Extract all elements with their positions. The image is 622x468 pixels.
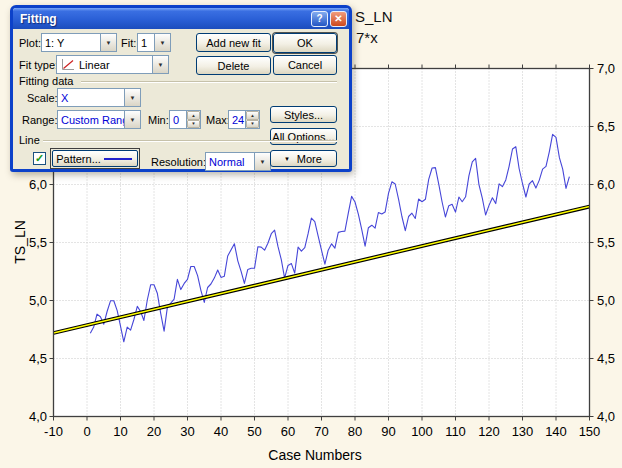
ok-button[interactable]: OK [273, 33, 337, 53]
pattern-frame: Pattern... [50, 148, 140, 169]
pattern-label: Pattern... [53, 153, 104, 165]
y-tick-label-right: 6,0 [597, 177, 615, 192]
max-spin-buttons[interactable]: ▲ ▼ [245, 111, 259, 128]
y-tick-label-right: 5,0 [597, 293, 615, 308]
x-tick-label: 150 [579, 424, 601, 439]
plot-label: Plot: [19, 37, 41, 49]
scale-combobox[interactable]: X ▼ [57, 88, 141, 107]
close-icon[interactable]: ✕ [330, 11, 347, 27]
y-axis-title: TS_LN [12, 220, 28, 264]
x-axis-title: Case Numbers [268, 447, 361, 463]
x-tick-label: 130 [512, 424, 534, 439]
fitting-dialog: Fitting ? ✕ Plot: 1: Y ▼ Fit: 1 ▼ Add ne… [10, 5, 352, 172]
dialog-titlebar[interactable]: Fitting ? ✕ [13, 8, 349, 29]
chevron-down-icon[interactable]: ▼ [124, 89, 140, 106]
line-checkbox[interactable]: ✓ [33, 152, 46, 165]
x-tick-label: 110 [445, 424, 466, 439]
plot-value: 1: Y [42, 34, 100, 51]
scale-label: Scale: [27, 92, 58, 104]
fit-combobox[interactable]: 1 ▼ [137, 33, 171, 52]
graph-title-fragment-2: 7*x [356, 29, 378, 46]
dialog-title: Fitting [20, 12, 309, 26]
range-label: Range: [22, 114, 57, 126]
y-tick-label-right: 4,0 [597, 409, 615, 424]
resolution-combobox[interactable]: Normal ▼ [205, 152, 271, 171]
fit-type-label: Fit type: [19, 59, 58, 71]
styles-label: Styles... [284, 109, 323, 121]
spin-down-icon[interactable]: ▼ [187, 120, 200, 129]
fit-value: 1 [138, 34, 154, 51]
min-spin-buttons[interactable]: ▲ ▼ [186, 111, 200, 128]
cancel-button[interactable]: Cancel [273, 55, 337, 75]
fitting-data-group-label: Fitting data [19, 75, 73, 87]
y-tick-label-right: 7,0 [597, 61, 615, 76]
add-new-fit-label: Add new fit [206, 37, 260, 49]
chevron-down-icon[interactable]: ▼ [100, 34, 116, 51]
linear-fit-icon [60, 58, 75, 71]
styles-button[interactable]: Styles... [270, 106, 337, 123]
x-tick-label: 100 [411, 424, 433, 439]
line-group-label: Line [19, 134, 40, 146]
scale-value: X [58, 89, 124, 106]
y-tick-label-left: 4,5 [29, 351, 47, 366]
x-tick-label: 140 [545, 424, 567, 439]
add-new-fit-button[interactable]: Add new fit [196, 33, 271, 52]
y-tick-label-left: 4,0 [29, 409, 47, 424]
y-tick-label-left: 6,0 [29, 177, 47, 192]
all-options-button[interactable]: All Options... [270, 128, 337, 145]
delete-label: Delete [218, 60, 250, 72]
min-label: Min: [148, 114, 169, 126]
spin-up-icon[interactable]: ▲ [246, 111, 259, 120]
ok-label: OK [297, 37, 313, 49]
help-icon[interactable]: ? [311, 11, 328, 27]
chevron-down-icon[interactable]: ▼ [154, 34, 170, 51]
spin-up-icon[interactable]: ▲ [187, 111, 200, 120]
plot-combobox[interactable]: 1: Y ▼ [41, 33, 117, 52]
resolution-value: Normal [206, 153, 254, 170]
x-tick-label: 80 [348, 424, 362, 439]
y-tick-label-right: 4,5 [597, 351, 615, 366]
min-value: 0 [170, 111, 186, 128]
resolution-label: Resolution: [151, 156, 206, 168]
delete-button[interactable]: Delete [196, 56, 271, 75]
group-divider [43, 140, 337, 142]
max-label: Max: [206, 114, 230, 126]
x-tick-label: 20 [147, 424, 161, 439]
fit-label: Fit: [121, 37, 136, 49]
y-tick-label-right: 6,5 [597, 119, 615, 134]
chevron-down-icon[interactable]: ▼ [152, 56, 168, 73]
more-label: More [297, 153, 322, 165]
range-value: Custom Range [58, 111, 124, 128]
y-tick-label-left: 5,5 [29, 235, 47, 250]
y-tick-label-right: 5,5 [597, 235, 615, 250]
graph-title-fragment-1: S_LN [355, 8, 393, 25]
more-button[interactable]: ▾ More [270, 150, 337, 167]
chevron-down-icon[interactable]: ▼ [254, 153, 270, 170]
x-tick-label: 40 [214, 424, 228, 439]
y-tick-label-left: 5,0 [29, 293, 47, 308]
x-tick-label: 120 [478, 424, 500, 439]
x-tick-label: -10 [44, 424, 63, 439]
x-tick-label: 30 [180, 424, 194, 439]
group-divider [81, 81, 337, 83]
dialog-body: Plot: 1: Y ▼ Fit: 1 ▼ Add new fit OK Fit… [13, 29, 349, 169]
max-spinner[interactable]: 24 ▲ ▼ [228, 110, 260, 129]
pattern-button[interactable]: Pattern... [52, 150, 138, 167]
x-tick-label: 70 [314, 424, 328, 439]
fit-type-value: Linear [79, 59, 110, 71]
fit-type-combobox[interactable]: Linear ▼ [56, 55, 169, 74]
range-combobox[interactable]: Custom Range ▼ [57, 110, 141, 129]
more-arrow-icon: ▾ [285, 155, 289, 163]
x-tick-label: 10 [113, 424, 127, 439]
chevron-down-icon[interactable]: ▼ [124, 111, 140, 128]
x-tick-label: 60 [281, 424, 295, 439]
spin-down-icon[interactable]: ▼ [246, 120, 259, 129]
line-pattern-sample [104, 158, 132, 160]
fit-type-value-wrap: Linear [57, 56, 152, 73]
x-tick-label: 50 [247, 424, 261, 439]
min-spinner[interactable]: 0 ▲ ▼ [169, 110, 201, 129]
x-tick-label: 90 [381, 424, 395, 439]
x-tick-label: 0 [83, 424, 90, 439]
cancel-label: Cancel [288, 59, 322, 71]
max-value: 24 [229, 111, 245, 128]
